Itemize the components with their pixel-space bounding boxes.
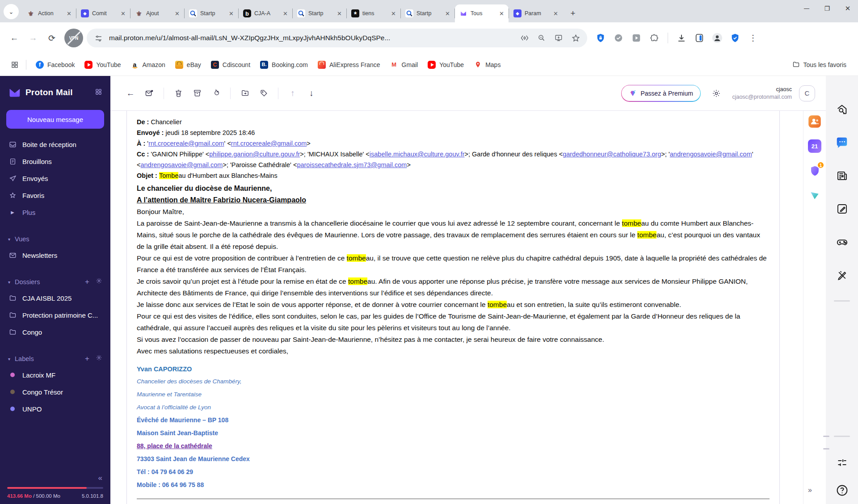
help-icon[interactable] <box>834 483 850 498</box>
tab-close-icon[interactable]: ✕ <box>498 10 505 17</box>
bookmark-item[interactable]: AliExpress France <box>313 58 385 71</box>
tab-close-icon[interactable]: ✕ <box>282 10 289 17</box>
reload-button[interactable]: ⟳ <box>43 29 61 47</box>
new-tab-button[interactable]: + <box>566 7 580 20</box>
tab-close-icon[interactable]: ✕ <box>390 10 397 17</box>
bookmark-item[interactable]: YouTube <box>80 58 126 71</box>
bookmark-item[interactable]: aAmazon <box>126 58 170 71</box>
sidebar-panel-icon[interactable] <box>693 32 706 44</box>
games-icon[interactable] <box>834 234 850 249</box>
email-link[interactable]: rnt.crocereale@gmail.com <box>148 140 224 147</box>
design-tools-icon[interactable] <box>834 267 850 282</box>
tab-close-icon[interactable]: ✕ <box>65 10 73 17</box>
panel-settings-icon[interactable] <box>834 455 850 470</box>
section-header-vues[interactable]: ▾Vues <box>0 231 110 247</box>
collapse-sidebar-icon[interactable]: « <box>7 474 103 487</box>
browser-tab[interactable]: bCJA-A✕ <box>239 4 292 22</box>
safety-shield-icon[interactable] <box>729 32 741 44</box>
sidebar-item-boite-de-r-ception[interactable]: Boite de réception <box>0 136 110 153</box>
search-icon[interactable] <box>834 102 850 117</box>
scrollbar-dash[interactable] <box>823 436 829 437</box>
video-extension-icon[interactable] <box>630 32 643 44</box>
browser-tab[interactable]: Tous✕ <box>455 4 509 22</box>
browser-tab[interactable]: ⚜Action✕ <box>22 4 76 22</box>
sidebar-item-plus[interactable]: ▸Plus <box>0 204 110 221</box>
proton-apps-grid-icon[interactable] <box>95 88 102 97</box>
compose-button[interactable]: Nouveau message <box>6 110 104 129</box>
next-message-icon[interactable]: ↓ <box>303 85 320 102</box>
email-link[interactable]: rnt.crocereale@gmail.com <box>231 140 307 147</box>
extensions-puzzle-icon[interactable] <box>648 32 660 44</box>
vpn-extension-icon[interactable]: VPN <box>64 29 83 47</box>
tab-close-icon[interactable]: ✕ <box>119 10 127 17</box>
tab-close-icon[interactable]: ✕ <box>173 10 181 17</box>
avatar[interactable]: C <box>799 85 815 101</box>
email-link[interactable]: andrengosavoie@gmail.com <box>670 151 752 158</box>
zoom-icon[interactable] <box>535 32 548 44</box>
gear-icon[interactable] <box>96 354 102 363</box>
mark-unread-icon[interactable] <box>141 85 158 102</box>
apps-grid-icon[interactable] <box>7 57 22 72</box>
bookmark-item[interactable]: CCdiscount <box>206 58 255 71</box>
email-link[interactable]: philippe.ganion@culture.gouv.fr <box>209 151 300 158</box>
section-header-dossiers[interactable]: ▾Dossiers+ <box>0 274 110 290</box>
sidebar-item-congo[interactable]: Congo <box>0 323 110 340</box>
bookmark-item[interactable]: eBay <box>170 58 206 71</box>
badge-check-extension-icon[interactable] <box>612 32 625 44</box>
contacts-app-icon[interactable] <box>808 115 821 128</box>
email-link[interactable]: gardedhonneur@catholique73.org <box>563 151 661 158</box>
tab-close-icon[interactable]: ✕ <box>336 10 343 17</box>
tab-close-icon[interactable]: ✕ <box>552 10 559 17</box>
bookmark-item[interactable]: fFacebook <box>31 58 80 71</box>
forward-button[interactable]: → <box>24 29 42 47</box>
bookmark-item[interactable]: B.Booking.com <box>255 58 313 71</box>
trash-icon[interactable] <box>170 85 187 102</box>
browser-tab[interactable]: ⚜Ajout✕ <box>130 4 184 22</box>
email-link[interactable]: isabelle.michaux@culture.gouv.fr <box>370 151 465 158</box>
email-link[interactable]: andrengosavoie@gmail.com <box>140 161 223 168</box>
previous-message-icon[interactable]: ↑ <box>284 85 301 102</box>
close-button[interactable]: ✕ <box>837 0 858 17</box>
browser-tab[interactable]: Startp✕ <box>185 4 238 22</box>
browser-tab[interactable]: *tiens✕ <box>347 4 400 22</box>
spam-fire-icon[interactable] <box>207 85 224 102</box>
label-tag-icon[interactable] <box>255 85 272 102</box>
calendar-app-icon[interactable]: 21 <box>808 139 821 153</box>
maximize-button[interactable]: ❐ <box>817 0 837 17</box>
sidebar-item-cja-aisbl-2025[interactable]: CJA AISBL 2025 <box>0 290 110 307</box>
tab-close-icon[interactable]: ✕ <box>227 10 235 17</box>
sidebar-item-brouillons[interactable]: Brouillons <box>0 153 110 170</box>
site-info-icon[interactable] <box>92 32 105 44</box>
sidebar-item-newsletters[interactable]: Newsletters <box>0 247 110 264</box>
pass-app-icon[interactable]: 1 <box>808 164 821 177</box>
sidebar-item-congo-tr-sor[interactable]: Congo Trésor <box>0 383 110 400</box>
minimize-button[interactable]: — <box>796 0 817 17</box>
install-app-icon[interactable] <box>552 32 565 44</box>
sidebar-item-lacroix-mf[interactable]: Lacroix MF <box>0 366 110 383</box>
address-bar[interactable] <box>87 29 587 47</box>
sidebar-item-favoris[interactable]: Favoris <box>0 187 110 204</box>
news-icon[interactable] <box>834 168 850 183</box>
compose-note-icon[interactable] <box>834 201 850 216</box>
back-to-list-icon[interactable]: ← <box>122 85 139 102</box>
add-icon[interactable]: + <box>85 277 89 286</box>
url-input[interactable] <box>109 34 514 42</box>
drive-app-icon[interactable] <box>808 189 821 202</box>
browser-tab[interactable]: Startp✕ <box>293 4 346 22</box>
browser-tab[interactable]: Startp✕ <box>401 4 454 22</box>
move-to-folder-icon[interactable] <box>236 85 253 102</box>
archive-icon[interactable] <box>189 85 206 102</box>
bookmark-star-icon[interactable] <box>569 32 582 44</box>
browser-tab[interactable]: ◆Comit✕ <box>76 4 130 22</box>
email-link[interactable]: 88, place de la cathédrale <box>137 442 212 449</box>
browser-menu-icon[interactable]: ⋮ <box>747 32 759 44</box>
upgrade-premium-button[interactable]: Passez à Premium <box>621 85 701 102</box>
copilot-chat-icon[interactable] <box>834 135 850 150</box>
email-link[interactable]: paroissecathedrale.sjm73@gmail.com <box>297 161 407 168</box>
reader-mode-icon[interactable] <box>518 32 531 44</box>
bookmark-item[interactable]: Maps <box>469 58 505 71</box>
add-icon[interactable]: + <box>85 354 89 363</box>
scrollbar-dash[interactable] <box>823 448 829 449</box>
gear-icon[interactable] <box>96 277 102 286</box>
all-favorites-button[interactable]: Tous les favoris <box>788 58 851 71</box>
